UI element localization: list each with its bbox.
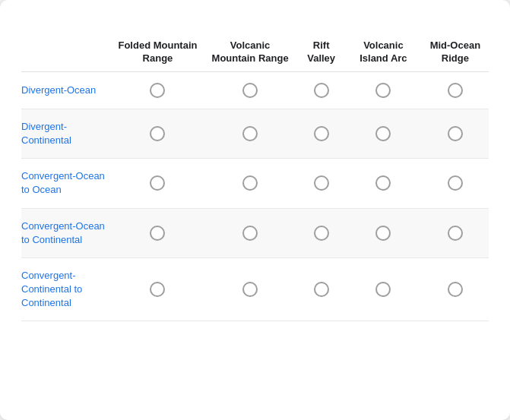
col-header-volcanic-mountain: Volcanic Mountain Range xyxy=(203,33,297,71)
matching-table: Folded Mountain Range Volcanic Mountain … xyxy=(21,33,489,321)
radio-cell xyxy=(345,159,422,208)
card-header xyxy=(21,18,489,20)
radio-cell xyxy=(297,71,345,109)
radio-button[interactable] xyxy=(314,126,329,141)
radio-cell xyxy=(345,71,422,109)
radio-button[interactable] xyxy=(448,282,463,297)
radio-cell xyxy=(422,109,489,158)
radio-button[interactable] xyxy=(375,226,391,241)
row-label: Convergent-Ocean to Ocean xyxy=(21,159,112,208)
radio-button[interactable] xyxy=(314,83,329,98)
radio-cell xyxy=(112,71,203,109)
row-label: Convergent-Ocean to Continental xyxy=(21,208,112,257)
radio-button[interactable] xyxy=(314,226,329,241)
table-row: Convergent-Ocean to Ocean xyxy=(21,159,489,208)
radio-cell xyxy=(112,257,203,321)
radio-cell xyxy=(112,159,203,208)
radio-button[interactable] xyxy=(375,83,391,98)
radio-button[interactable] xyxy=(242,126,258,141)
radio-button[interactable] xyxy=(150,282,165,297)
radio-cell xyxy=(422,257,489,321)
radio-cell xyxy=(297,159,345,208)
radio-cell xyxy=(297,208,345,257)
radio-cell xyxy=(345,109,422,158)
radio-cell xyxy=(203,208,297,257)
table-row: Convergent-Ocean to Continental xyxy=(21,208,489,257)
radio-button[interactable] xyxy=(314,282,329,297)
radio-button[interactable] xyxy=(242,83,258,98)
col-header-folded: Folded Mountain Range xyxy=(112,33,203,71)
radio-button[interactable] xyxy=(242,282,258,297)
radio-cell xyxy=(422,208,489,257)
radio-cell xyxy=(297,257,345,321)
radio-cell xyxy=(203,159,297,208)
radio-button[interactable] xyxy=(242,226,258,241)
radio-button[interactable] xyxy=(448,226,463,241)
radio-cell xyxy=(203,71,297,109)
radio-cell xyxy=(203,109,297,158)
col-header-mid-ocean: Mid-Ocean Ridge xyxy=(422,33,489,71)
radio-button[interactable] xyxy=(375,282,391,297)
radio-button[interactable] xyxy=(375,126,391,141)
row-label: Convergent-Continental to Continental xyxy=(21,257,112,321)
quiz-card: Folded Mountain Range Volcanic Mountain … xyxy=(0,0,510,420)
radio-button[interactable] xyxy=(150,175,165,191)
radio-button[interactable] xyxy=(448,126,463,141)
radio-button[interactable] xyxy=(242,175,258,191)
radio-button[interactable] xyxy=(448,175,463,191)
radio-cell xyxy=(345,208,422,257)
radio-cell xyxy=(297,109,345,158)
radio-button[interactable] xyxy=(314,175,329,191)
radio-button[interactable] xyxy=(375,175,391,191)
radio-button[interactable] xyxy=(448,83,463,98)
col-header-empty xyxy=(21,33,112,71)
radio-cell xyxy=(422,71,489,109)
radio-button[interactable] xyxy=(150,83,165,98)
radio-cell xyxy=(112,208,203,257)
col-header-island-arc: Volcanic Island Arc xyxy=(345,33,422,71)
col-header-rift: Rift Valley xyxy=(297,33,345,71)
radio-cell xyxy=(203,257,297,321)
radio-cell xyxy=(345,257,422,321)
row-label: Divergent-Continental xyxy=(21,109,112,158)
radio-button[interactable] xyxy=(150,126,165,141)
table-row: Convergent-Continental to Continental xyxy=(21,257,489,321)
radio-cell xyxy=(422,159,489,208)
radio-button[interactable] xyxy=(150,226,165,241)
table-row: Divergent-Ocean xyxy=(21,71,489,109)
row-label: Divergent-Ocean xyxy=(21,71,112,109)
radio-cell xyxy=(112,109,203,158)
table-row: Divergent-Continental xyxy=(21,109,489,158)
